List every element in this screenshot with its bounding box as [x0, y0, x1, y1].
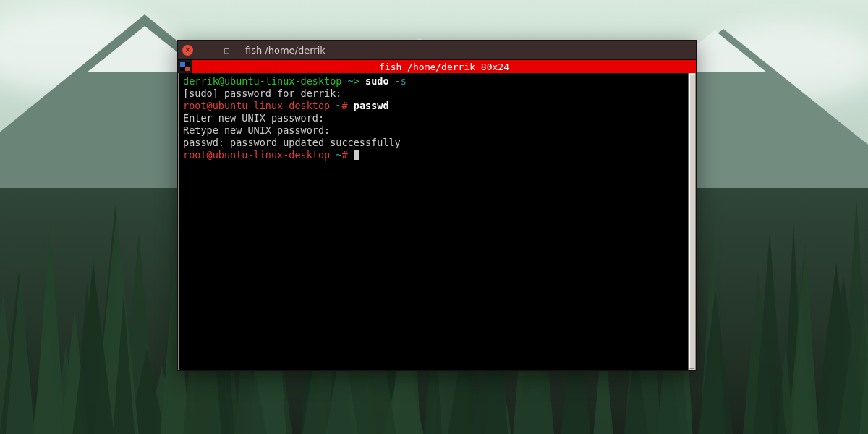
tab-label[interactable]: fish /home/derrik 80x24 [192, 60, 696, 73]
window-titlebar[interactable]: × – ▫ fish /home/derrik [178, 41, 696, 59]
terminal-line: Retype new UNIX password: [183, 124, 684, 137]
cursor [354, 150, 359, 160]
terminal-window: × – ▫ fish /home/derrik fish /home/derri… [177, 40, 697, 371]
close-button[interactable]: × [182, 45, 193, 56]
minimize-button[interactable]: – [202, 45, 213, 56]
terminal-line: Enter new UNIX password: [183, 112, 684, 124]
tab-bar: fish /home/derrik 80x24 [178, 59, 696, 73]
terminal-line: derrik@ubuntu-linux-desktop ~> sudo -s [183, 75, 684, 88]
maximize-button[interactable]: ▫ [221, 45, 232, 56]
terminal-line: [sudo] password for derrik: [183, 88, 684, 100]
window-title: fish /home/derrik [245, 45, 326, 56]
terminal-multiplexer-icon [180, 62, 190, 71]
terminal-line: root@ubuntu-linux-desktop ~# [183, 149, 684, 161]
terminal-line: root@ubuntu-linux-desktop ~# passwd [183, 100, 684, 112]
scrollbar-thumb[interactable] [689, 74, 694, 369]
tab-icon[interactable] [178, 60, 192, 73]
terminal-output[interactable]: derrik@ubuntu-linux-desktop ~> sudo -s[s… [179, 73, 688, 370]
scrollbar[interactable] [688, 73, 695, 370]
terminal-line: passwd: password updated successfully [183, 137, 684, 149]
